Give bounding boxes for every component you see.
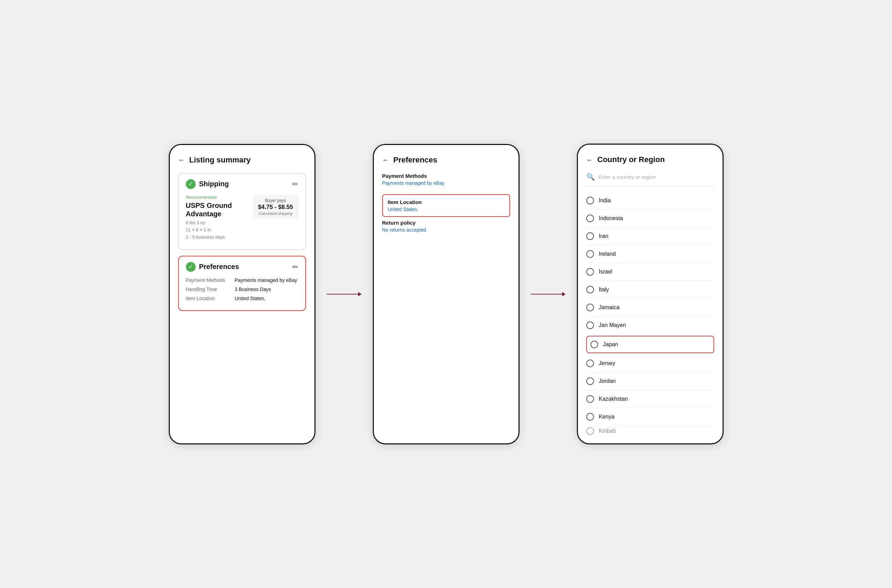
buyer-pays-price: $4.75 - $8.55 — [258, 204, 294, 211]
country-item-janmayen[interactable]: Jan Mayen — [586, 316, 714, 334]
country-name-italy: Italy — [599, 286, 609, 293]
pref-row-handling: Handling Time 3 Business Days — [186, 286, 298, 292]
pref-section-return-title: Return policy — [382, 220, 510, 226]
preferences-section: ✓ Preferences ✏ Payment Methods Payments… — [178, 256, 306, 311]
shipping-section: ✓ Shipping ✏ Recommended USPS Ground Adv… — [178, 173, 306, 250]
country-item-jamaica[interactable]: Jamaica — [586, 299, 714, 316]
pref-label-location: Item Location — [186, 296, 235, 301]
radio-jordan — [586, 377, 594, 385]
country-name-kenya: Kenya — [599, 414, 615, 420]
shipping-edit-icon[interactable]: ✏ — [292, 180, 298, 188]
screen1-header: ← Listing summary — [178, 156, 306, 165]
phone-screen-3: ← Country or Region 🔍 Enter a country or… — [577, 144, 724, 444]
country-name-japan: Japan — [603, 341, 618, 348]
country-item-kazakhstan[interactable]: Kazakhstan — [586, 390, 714, 408]
radio-japan — [591, 340, 598, 348]
shipping-details: 0 lbs 3 oz11 × 6 × 1 in2 - 5 business da… — [186, 219, 253, 241]
radio-jersey — [586, 360, 594, 367]
country-name-kiribati: Kiribati — [599, 428, 616, 434]
search-placeholder: Enter a country or region — [598, 174, 656, 180]
country-name-janmayen: Jan Mayen — [599, 322, 626, 328]
country-name-indonesia: Indonesia — [599, 215, 623, 222]
back-button-2[interactable]: ← — [382, 156, 389, 164]
country-search-bar[interactable]: 🔍 Enter a country or region — [586, 172, 714, 186]
country-name-ireland: Ireland — [599, 251, 616, 257]
country-item-italy[interactable]: Italy — [586, 281, 714, 299]
pref-row-location: Item Location United States, — [186, 296, 298, 301]
preferences-check-icon: ✓ — [186, 262, 196, 272]
country-item-jersey[interactable]: Jersey — [586, 355, 714, 372]
pref-section-location-title: Item Location — [388, 199, 505, 205]
country-name-jamaica: Jamaica — [599, 304, 620, 310]
arrow-2 — [531, 292, 566, 296]
pref-row-payment: Payment Methods Payments managed by eBay — [186, 278, 298, 283]
shipping-check-icon: ✓ — [186, 179, 196, 189]
country-item-jordan[interactable]: Jordan — [586, 372, 714, 390]
pref-value-payment: Payments managed by eBay — [235, 278, 297, 283]
pref-section-payment-title: Payment Methods — [382, 173, 510, 179]
phone-screen-2: ← Preferences Payment Methods Payments m… — [373, 144, 520, 444]
country-item-indonesia[interactable]: Indonesia — [586, 210, 714, 228]
country-item-kenya[interactable]: Kenya — [586, 408, 714, 426]
pref-section-return: Return policy No returns accepted — [382, 220, 510, 232]
radio-iran — [586, 232, 594, 240]
screen2-header: ← Preferences — [382, 156, 510, 165]
country-name-india: India — [599, 197, 611, 204]
radio-ireland — [586, 250, 594, 258]
country-name-israel: Israel — [599, 268, 613, 275]
radio-italy — [586, 286, 594, 294]
country-item-kiribati[interactable]: Kiribati — [586, 426, 714, 436]
screen2-title: Preferences — [393, 156, 438, 165]
pref-section-return-value[interactable]: No returns accepted — [382, 227, 510, 232]
radio-kiribati — [586, 427, 594, 435]
buyer-pays-box: Buyer pays $4.75 - $8.55 Calculated ship… — [253, 195, 298, 219]
country-item-ireland[interactable]: Ireland — [586, 245, 714, 263]
search-icon: 🔍 — [586, 172, 595, 181]
shipping-method: USPS Ground Advantage — [186, 201, 253, 218]
country-item-india[interactable]: India — [586, 192, 714, 210]
preferences-title: Preferences — [199, 263, 239, 271]
radio-kenya — [586, 413, 594, 421]
country-list: India Indonesia Iran Ireland Israel Ital… — [586, 192, 714, 436]
radio-israel — [586, 268, 594, 276]
country-item-japan[interactable]: Japan — [586, 336, 714, 353]
radio-jamaica — [586, 304, 594, 311]
country-name-kazakhstan: Kazakhstan — [599, 396, 628, 402]
radio-indonesia — [586, 214, 594, 222]
country-name-jordan: Jordan — [599, 378, 616, 384]
country-item-iran[interactable]: Iran — [586, 228, 714, 245]
preferences-edit-icon[interactable]: ✏ — [292, 263, 298, 271]
back-button-1[interactable]: ← — [178, 156, 185, 164]
recommended-label: Recommended — [186, 195, 253, 200]
pref-label-handling: Handling Time — [186, 286, 235, 292]
pref-section-location-box: Item Location United States, — [382, 194, 510, 217]
phone-screen-1: ← Listing summary ✓ Shipping ✏ Recommend… — [169, 144, 315, 444]
pref-section-payment: Payment Methods Payments managed by eBay — [382, 173, 510, 186]
back-button-3[interactable]: ← — [586, 156, 593, 164]
arrow-1 — [327, 292, 361, 296]
pref-value-location: United States, — [235, 296, 265, 301]
pref-section-location-value[interactable]: United States, — [388, 207, 505, 212]
buyer-pays-calc: Calculated shipping — [258, 212, 294, 216]
country-item-israel[interactable]: Israel — [586, 263, 714, 281]
screen1-title: Listing summary — [189, 156, 251, 165]
screen3-title: Country or Region — [597, 155, 665, 164]
country-name-iran: Iran — [599, 233, 609, 239]
shipping-title: Shipping — [199, 180, 229, 188]
country-name-jersey: Jersey — [599, 360, 615, 366]
screen3-header: ← Country or Region — [586, 155, 714, 164]
buyer-pays-label: Buyer pays — [258, 198, 294, 203]
pref-label-payment: Payment Methods — [186, 278, 235, 283]
pref-value-handling: 3 Business Days — [235, 286, 271, 292]
pref-section-payment-value[interactable]: Payments managed by eBay — [382, 180, 510, 186]
radio-janmayen — [586, 321, 594, 329]
radio-india — [586, 197, 594, 204]
radio-kazakhstan — [586, 395, 594, 403]
